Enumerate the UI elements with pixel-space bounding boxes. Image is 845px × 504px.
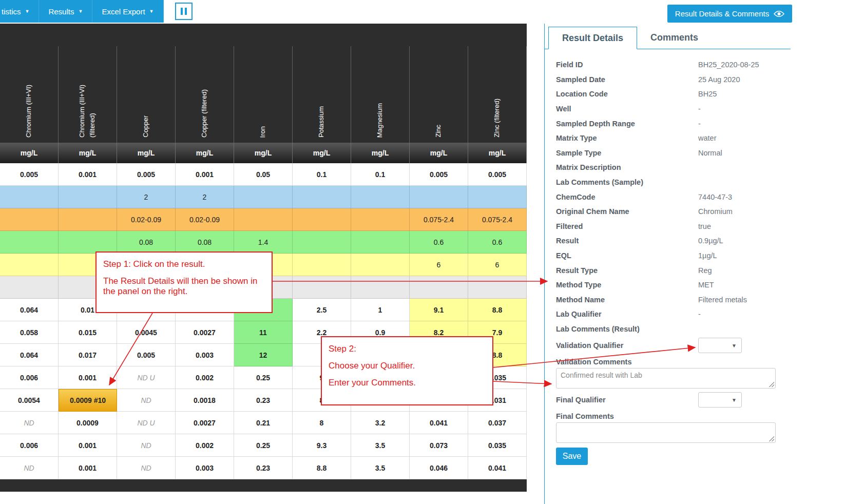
result-cell: 0.05 [234,163,293,186]
result-cell: 0.005 [468,163,527,186]
field-label: ChemCode [556,193,698,201]
field-label: Lab Comments (Sample) [556,178,698,186]
chevron-down-icon: ▼ [25,9,30,14]
result-cell [468,276,527,299]
result-cell[interactable]: 0.001 [59,366,117,389]
result-cell[interactable]: 0.0054 [0,389,59,412]
result-cell[interactable]: 0.006 [0,366,59,389]
result-cell[interactable]: 0.0009 [59,412,117,434]
result-cell[interactable]: 0.015 [59,321,117,344]
result-cell: 2 [176,186,234,208]
result-cell[interactable]: 8.8 [293,457,351,479]
result-cell[interactable]: 0.073 [410,434,468,457]
result-cell[interactable]: 8 [293,412,351,434]
result-cell[interactable]: 0.0018 [176,389,234,412]
unit-cell: mg/L [0,143,59,163]
result-cell[interactable]: 0.21 [234,412,293,434]
result-cell[interactable]: 0.006 [0,434,59,457]
result-cell[interactable]: 12 [234,344,293,366]
field-label: Well [556,105,698,113]
result-cell[interactable]: 9.3 [293,434,351,457]
field-row: Result0.9µg/L [556,234,784,248]
result-cell[interactable]: 0.041 [468,457,527,479]
result-cell[interactable]: 0.058 [0,321,59,344]
tab-result-details[interactable]: Result Details [548,27,637,49]
validation-qualifier-select[interactable]: ▼ [698,338,742,353]
column-header: Copper (filtered) [176,46,234,143]
result-cell[interactable]: 0.002 [176,434,234,457]
result-cell[interactable]: 0.003 [176,457,234,479]
save-button[interactable]: Save [556,448,588,465]
menu-excel-export-label: Excel Export [102,7,145,16]
result-cell[interactable]: 3.5 [351,434,410,457]
result-cell[interactable]: ND U [117,366,176,389]
result-cell[interactable]: 0.23 [234,457,293,479]
result-cell [293,254,351,276]
chevron-down-icon: ▼ [732,397,737,403]
result-cell[interactable]: 0.002 [176,366,234,389]
field-label: Location Code [556,90,698,98]
result-cell[interactable]: 0.005 [117,344,176,366]
final-comments-wrap [556,422,776,443]
validation-comments-textarea[interactable]: Confirmed result with Lab [556,368,776,389]
result-cell [234,208,293,231]
field-value: Chromium [698,207,733,216]
result-cell[interactable]: 3.5 [351,457,410,479]
field-label: Field ID [556,61,698,69]
menu-results[interactable]: Results ▼ [39,0,92,23]
result-cell[interactable]: 9.1 [410,299,468,321]
result-cell [59,208,117,231]
final-qualifier-select[interactable]: ▼ [698,392,742,408]
result-cell[interactable]: 0.001 [59,434,117,457]
result-cell[interactable]: 0.046 [410,457,468,479]
result-cell[interactable]: 8.8 [468,299,527,321]
result-cell[interactable]: 0.064 [0,299,59,321]
result-cell [351,186,410,208]
result-cell[interactable]: 0.0027 [176,321,234,344]
result-cell[interactable]: 0.003 [176,344,234,366]
result-cell[interactable]: 0.25 [234,434,293,457]
result-details-comments-button[interactable]: Result Details & Comments [667,5,792,23]
result-cell[interactable]: 1 [351,299,410,321]
result-cell[interactable]: 2.5 [293,299,351,321]
field-row: Lab Comments (Result) [556,322,784,337]
result-cell[interactable]: 11 [234,321,293,344]
annotation-text: Step 1: Click on the result. [103,259,265,269]
result-cell [351,276,410,299]
result-cell[interactable]: 0.064 [0,344,59,366]
menu-excel-export[interactable]: Excel Export ▼ [92,0,163,23]
result-cell[interactable]: ND [117,457,176,479]
tab-comments[interactable]: Comments [637,27,712,49]
final-comments-textarea[interactable] [556,422,776,443]
result-cell[interactable]: 0.017 [59,344,117,366]
pause-button[interactable] [175,3,193,20]
units-row: mg/Lmg/Lmg/Lmg/Lmg/Lmg/Lmg/Lmg/Lmg/L [0,143,527,163]
selected-result-cell[interactable]: 0.0009 #10 [59,389,117,412]
result-cell [293,186,351,208]
result-cell: 0.005 [117,163,176,186]
result-cell[interactable]: ND [0,457,59,479]
column-header-label: Iron [258,126,268,138]
result-cell[interactable]: 0.25 [234,366,293,389]
result-cell[interactable]: 3.2 [351,412,410,434]
table-row: 0.0050.0010.0050.0010.050.10.10.0050.005 [0,163,527,186]
result-cell[interactable]: 0.037 [468,412,527,434]
result-cell[interactable]: 0.041 [410,412,468,434]
result-cell[interactable]: 0.23 [234,389,293,412]
step2-annotation: Step 2: Choose your Qualifier. Enter you… [321,336,493,405]
field-row: Matrix Description [556,160,784,175]
result-cell[interactable]: 0.035 [468,434,527,457]
menu-statistics[interactable]: tistics ▼ [0,0,39,23]
result-cell[interactable]: ND [117,389,176,412]
result-cell: 0.6 [410,231,468,254]
result-cell[interactable]: 0.0045 [117,321,176,344]
result-cell[interactable]: ND [117,434,176,457]
result-cell[interactable]: 0.001 [59,457,117,479]
result-cell[interactable]: 0.0027 [176,412,234,434]
result-cell[interactable]: ND U [117,412,176,434]
result-cell[interactable]: ND [0,412,59,434]
result-cell: 6 [410,254,468,276]
table-row: ND0.0009ND U0.00270.2183.20.0410.037 [0,412,527,434]
field-label: Sample Type [556,149,698,157]
column-header-label: Chromium (III+VI) (filtered) [77,85,98,138]
